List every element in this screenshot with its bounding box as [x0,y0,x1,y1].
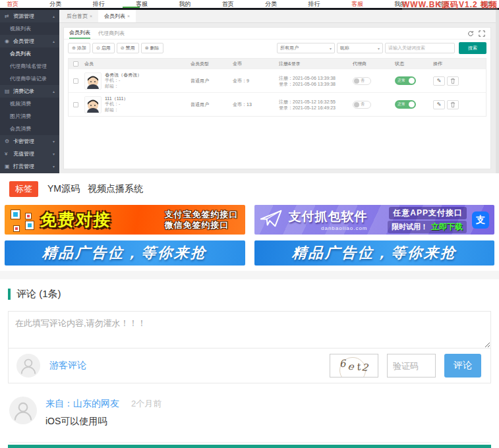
sidebar-item-label: 会员列表 [10,50,31,57]
row-checkbox [73,102,78,107]
table-header: 会员 会员类型 金币 注册&登录 代理商 状态 操作 [69,59,486,69]
member-table: 会员 会员类型 金币 注册&登录 代理商 状态 操作 [68,58,486,117]
ad-banner-payment-capture[interactable]: 支付抓包软件 danbaoliao.com 任意APP支付接口 限时试用！ 立即… [254,205,495,235]
member-email: 邮箱： [105,84,142,90]
search-field-select: 昵称 ▾ [337,43,383,53]
ad-banner-slot-right[interactable]: 精品广告位，等你来抢 [254,240,495,266]
col-operation: 操作 [433,61,486,67]
comment-time: 2个月前 [131,398,161,410]
pencil-icon: ✎ [437,78,442,84]
register-time: 注册：2021-05-06 13:39:38 [279,75,353,81]
sidebar-item-tipping: ▣ 打赏管理 ▾ [0,160,59,173]
guest-comment-link[interactable]: 游客评论 [49,360,86,372]
refresh-icon [467,28,474,40]
member-name: 111（111） [105,96,128,102]
delete-button: ⊗ 删除 [141,43,163,53]
admin-window-tabs: 后台首页 × 会员列表 × [59,10,499,23]
chevron-down-icon: ▾ [53,152,55,156]
member-avatar [84,96,102,113]
member-name: 春勇强（春勇强） [105,72,142,78]
member-phone: 手机：- [105,101,128,107]
col-status: 状态 [395,61,433,67]
comments-title: 评论 (1条) [8,288,491,300]
comment-item: 来自：山东的网友 2个月前 iOS可以使用吗 [8,397,491,428]
comment-form: 游客评论 6 e t 2 评论 [8,311,491,383]
comment-author-link[interactable]: 来自：山东的网友 [45,398,119,410]
captcha-input[interactable] [387,354,436,378]
divider [9,442,490,443]
admin-toolbar: ⊕ 添加 ⊙ 启用 ⊘ 禁用 ⊗ 删除 [64,40,490,57]
disable-button: ⊘ 禁用 [117,43,139,53]
trash-icon [450,101,455,108]
comments-section: 评论 (1条) 游客评论 6 e t 2 评论 [0,279,499,448]
admin-content-card: 会员列表 代理商列表 ⊕ [63,27,491,169]
toggle-label: 正常 [397,78,405,84]
sidebar-item-label: 代理商申请记录 [10,75,47,82]
col-coins: 金币 [233,61,279,67]
sidebar-item-label: 会员管理 [13,38,34,45]
col-agent: 代理商 [353,61,395,67]
trash-icon [450,78,455,84]
login-time: 登录：2021-05-06 13:39:38 [279,81,353,87]
admin-main: 后台首页 × 会员列表 × 会员列表 代理商列表 [59,10,499,173]
tab-backend-home: 后台首页 × [61,10,98,22]
gear-icon: ⚙ [5,138,11,144]
admin-sub-tabs: 会员列表 代理商列表 [64,28,490,40]
member-avatar [84,72,102,90]
toggle-label: 否 [361,101,365,107]
slash-circle-icon: ⊘ [121,45,125,51]
toggle-knob [409,78,415,84]
yen-icon: ¥ [5,151,11,157]
sidebar-item-agent-domains: 代理商域名管理 [0,60,59,72]
keyword-search-input: 请输入关键词搜索 [385,43,455,53]
sidebar-item-label: 资源管理 [13,13,34,20]
ad-banner-slot-left[interactable]: 精品广告位，等你来抢 [5,240,245,266]
toggle-label: 否 [361,78,365,84]
toggle-label: 正常 [397,101,405,107]
banner-domain: danbaoliao.com [321,225,367,231]
tag-link-ym[interactable]: YM源码 [47,183,80,195]
submit-comment-button[interactable]: 评论 [444,354,481,378]
tag-link-vod[interactable]: 视频点播系统 [88,183,143,195]
member-coins: 金币：9 [233,78,279,84]
article-screenshot-image[interactable]: 首页 分类 排行 客服 我的 首页 分类 排行 客服 我的 首页 分类 WWW.… [0,0,499,173]
tab-label: 后台首页 [67,13,88,20]
table-row: 111（111） 手机：- 邮箱： 普通用户 金币：13 注册：2021-05-… [69,92,486,116]
nav-item: 首页 [222,1,234,8]
sidebar-item-resources: ⇄ 资源管理 ▴ [0,10,59,22]
sidebar-item-image-consumption: 图片消费 [0,110,59,123]
col-register-login: 注册&登录 [279,61,353,67]
comment-textarea[interactable] [9,312,490,348]
plus-circle-icon: ⊕ [72,45,76,51]
sidebar-item-label: 视频消费 [10,100,31,107]
enable-button: ⊙ 启用 [92,43,115,53]
sidebar-item-video-list: 视频列表 [0,22,59,35]
fullscreen-icon [479,28,485,40]
ad-banner-free-connect[interactable]: 免费对接 支付宝免签约接口 微信免签约接口 [5,205,245,235]
nav-item: 客服 [351,1,363,8]
sidebar-item-member-list: 会员列表 [0,47,59,60]
tags-badge: 标签 [9,181,38,197]
banner-download-cta: 立即下载 [431,221,463,233]
register-time: 注册：2021-05-12 16:32:55 [279,99,353,105]
select-value: 昵称 [340,45,349,51]
toggle-knob [354,102,359,107]
button-label: 禁用 [126,45,135,51]
section-separator [0,271,499,279]
sidebar-item-members: ◉ 会员管理 ▴ [0,35,59,47]
paper-plane-icon [260,209,283,231]
nav-item: 首页 [7,1,18,8]
scrollbar [496,10,499,173]
delete-row-button [447,76,459,86]
table-row: 春勇强（春勇强） 手机：- 邮箱： 普通用户 金币：9 注册：2021-05-0… [69,69,486,92]
captcha-char: 6 [339,358,346,370]
close-icon: × [127,14,130,18]
sidebar-item-label: 卡密管理 [13,138,34,145]
delete-row-button [447,100,459,109]
alipay-icon: 支 [472,211,489,229]
banner-text: 精品广告位，等你来抢 [291,243,457,263]
nav-item: 排行 [308,1,320,8]
captcha-image[interactable]: 6 e t 2 [330,354,378,378]
user-type-select: 所有用户 ▾ [277,43,335,53]
edit-button: ✎ [433,76,445,86]
